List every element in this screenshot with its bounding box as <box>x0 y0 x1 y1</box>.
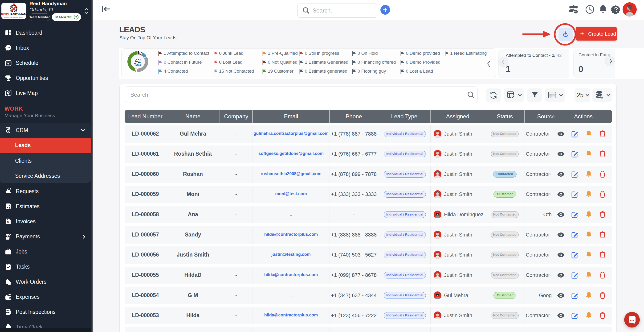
svg-text:REIDHANDYMAN: REIDHANDYMAN <box>2 13 26 16</box>
svg-text:$: $ <box>7 235 8 238</box>
svg-text:ORLANDO'S #1 HANDYMAN SERVICE: ORLANDO'S #1 HANDYMAN SERVICE <box>4 17 23 18</box>
svg-text:$: $ <box>7 220 9 224</box>
